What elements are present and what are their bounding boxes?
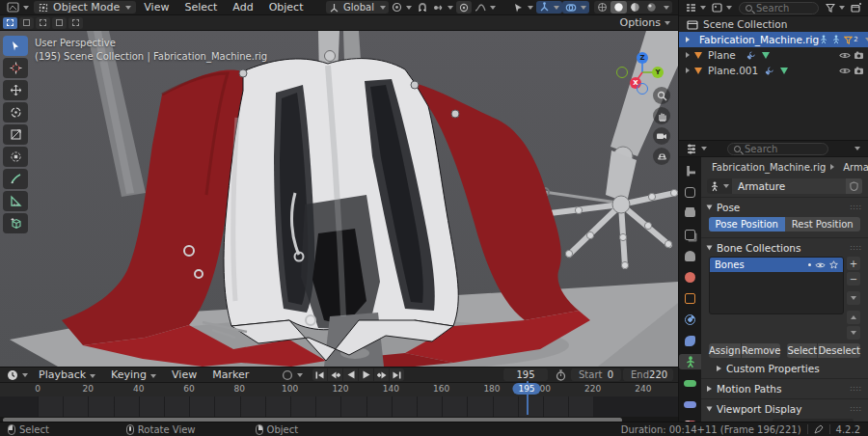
play-button[interactable] bbox=[359, 368, 373, 381]
prev-keyframe-button[interactable] bbox=[328, 368, 342, 381]
shading-rendered-button[interactable] bbox=[643, 1, 660, 14]
tab-output[interactable] bbox=[679, 205, 701, 221]
solo-dot-icon[interactable] bbox=[808, 263, 811, 266]
tab-tool[interactable] bbox=[679, 163, 701, 178]
remove-collection-button[interactable]: − bbox=[847, 272, 860, 286]
outliner-search-input[interactable] bbox=[756, 3, 812, 14]
pan-view-button[interactable] bbox=[653, 107, 670, 124]
transform-tool[interactable] bbox=[3, 147, 28, 167]
zoom-view-button[interactable] bbox=[653, 87, 670, 104]
select-box-tool[interactable] bbox=[3, 36, 28, 56]
scale-tool[interactable] bbox=[3, 124, 28, 145]
axis-y-negative-handle[interactable] bbox=[616, 67, 628, 78]
star-icon[interactable] bbox=[829, 260, 838, 269]
snap-toggle[interactable] bbox=[415, 1, 430, 14]
menu-object[interactable]: Object bbox=[261, 1, 312, 14]
eye-icon[interactable] bbox=[839, 51, 851, 60]
new-collection-button[interactable] bbox=[848, 1, 864, 14]
options-dropdown[interactable]: Options bbox=[620, 16, 670, 29]
tab-object[interactable] bbox=[679, 290, 701, 306]
frame-end-field[interactable]: End 220 bbox=[623, 368, 673, 381]
datablock-name[interactable]: Armature bbox=[732, 180, 791, 192]
select-mode-extend-button[interactable] bbox=[19, 17, 34, 29]
viewport-3d[interactable]: User Perspective (195) Scene Collection … bbox=[0, 31, 678, 367]
shading-solid-button[interactable] bbox=[610, 1, 627, 14]
pose-position-button[interactable]: Pose Position bbox=[709, 217, 785, 232]
snap-target-dropdown[interactable] bbox=[430, 1, 456, 14]
gizmos-toggle[interactable] bbox=[536, 1, 562, 14]
use-preview-range-toggle[interactable] bbox=[556, 369, 566, 381]
menu-timeline-view[interactable]: View bbox=[164, 368, 204, 381]
axis-z-negative-handle[interactable] bbox=[637, 83, 648, 95]
axis-y-handle[interactable]: Y bbox=[652, 67, 664, 78]
tab-bone[interactable] bbox=[679, 375, 701, 391]
move-down-button[interactable] bbox=[847, 326, 860, 340]
proportional-editing-toggle[interactable] bbox=[456, 1, 472, 14]
viewport-scene[interactable] bbox=[0, 31, 678, 367]
proportional-falloff-dropdown[interactable] bbox=[472, 1, 499, 14]
toggle-perspective-button[interactable] bbox=[653, 148, 670, 165]
properties-options-icon[interactable] bbox=[854, 147, 860, 150]
menu-playback[interactable]: Playback bbox=[31, 368, 103, 381]
camera-icon[interactable] bbox=[854, 67, 864, 75]
panel-drag-grip[interactable]: ∷∷ bbox=[851, 405, 862, 414]
properties-search-input[interactable] bbox=[745, 144, 822, 154]
datablock-field[interactable]: Armature bbox=[707, 178, 862, 194]
panel-drag-grip[interactable]: ∷∷ bbox=[851, 385, 862, 394]
rest-position-button[interactable]: Rest Position bbox=[785, 217, 861, 232]
panel-drag-grip[interactable]: ∷∷ bbox=[851, 204, 862, 212]
mode-dropdown[interactable]: Object Mode bbox=[34, 1, 136, 14]
datablock-browse-button[interactable] bbox=[707, 178, 732, 194]
assign-button[interactable]: Assign bbox=[709, 343, 741, 358]
visibility-dropdown[interactable] bbox=[510, 1, 536, 14]
panel-pose-header[interactable]: Pose ∷∷ bbox=[701, 199, 868, 216]
outliner-search[interactable] bbox=[739, 2, 819, 14]
tab-view-layer[interactable] bbox=[679, 227, 701, 242]
select-mode-set-button[interactable] bbox=[3, 17, 17, 29]
camera-view-button[interactable] bbox=[653, 127, 670, 145]
outliner-row-plane[interactable]: Plane bbox=[679, 47, 868, 63]
tab-scene[interactable] bbox=[679, 248, 701, 263]
tab-world[interactable] bbox=[679, 269, 701, 285]
eye-icon[interactable] bbox=[839, 67, 851, 75]
display-mode-dropdown[interactable] bbox=[683, 1, 709, 14]
next-keyframe-button[interactable] bbox=[374, 368, 389, 381]
axis-z-handle[interactable]: Z bbox=[637, 52, 648, 64]
menu-select[interactable]: Select bbox=[176, 1, 225, 14]
tab-physics[interactable] bbox=[679, 312, 701, 327]
timeline-editor-type-button[interactable] bbox=[4, 368, 31, 382]
collection-visibility-eye-icon[interactable] bbox=[815, 261, 826, 269]
auto-keying-toggle[interactable] bbox=[282, 369, 303, 381]
outliner-filter-dropdown[interactable] bbox=[709, 1, 735, 14]
menu-add[interactable]: Add bbox=[225, 1, 260, 14]
panel-custom-properties-header[interactable]: Custom Properties bbox=[701, 360, 868, 377]
move-up-button[interactable] bbox=[847, 311, 860, 324]
camera-icon[interactable] bbox=[854, 51, 864, 60]
frame-start-field[interactable]: Start 0 bbox=[571, 368, 621, 381]
move-tool[interactable] bbox=[3, 80, 28, 100]
outliner-row-scene-collection[interactable]: Scene Collection bbox=[679, 16, 868, 32]
select-mode-invert-button[interactable] bbox=[52, 17, 67, 29]
panel-bone-collections-header[interactable]: Bone Collections ∷∷ bbox=[701, 239, 868, 257]
list-specials-button[interactable] bbox=[847, 291, 860, 305]
shading-material-button[interactable] bbox=[627, 1, 643, 14]
menu-view[interactable]: View bbox=[136, 1, 176, 14]
outliner-row-rig[interactable]: Fabrication_Machine.rig 2 bbox=[679, 32, 868, 47]
cursor-tool[interactable] bbox=[3, 58, 28, 78]
tab-render[interactable] bbox=[679, 184, 701, 200]
filter-funnel-dropdown[interactable] bbox=[823, 1, 848, 14]
editor-type-button[interactable] bbox=[4, 1, 32, 14]
deselect-button[interactable]: Deselect bbox=[818, 343, 860, 358]
tab-object-constraints[interactable] bbox=[679, 333, 701, 348]
panel-drag-grip[interactable]: ∷∷ bbox=[851, 244, 862, 253]
properties-editor-type-button[interactable] bbox=[683, 142, 710, 155]
breadcrumb-object[interactable]: Fabrication_Machine.rig bbox=[712, 162, 826, 173]
tab-armature-data[interactable] bbox=[679, 354, 701, 369]
rotate-tool[interactable] bbox=[3, 102, 28, 123]
pivot-point-dropdown[interactable] bbox=[389, 1, 415, 14]
select-mode-subtract-button[interactable] bbox=[36, 17, 50, 29]
play-reverse-button[interactable] bbox=[343, 368, 358, 381]
add-cube-tool[interactable] bbox=[3, 213, 28, 233]
timeline-track[interactable] bbox=[0, 396, 678, 417]
tab-bone-constraints[interactable] bbox=[679, 396, 701, 412]
